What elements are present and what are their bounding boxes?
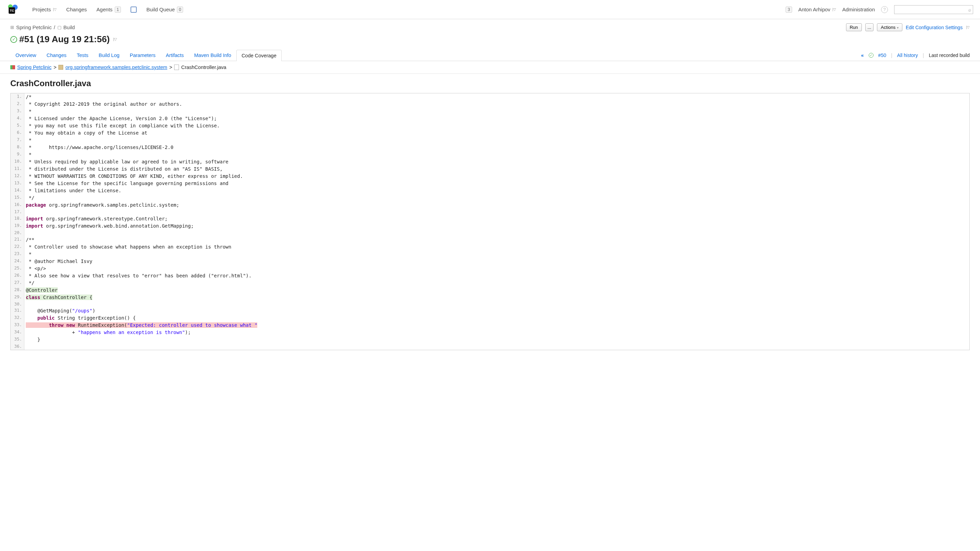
- line-content: *: [24, 108, 969, 115]
- edit-config-link[interactable]: Edit Configuration Settings: [906, 25, 963, 30]
- code-line: 30.: [11, 301, 969, 308]
- line-number: 16.: [11, 202, 24, 209]
- line-number: 33.: [11, 322, 24, 329]
- notification-badge[interactable]: 3: [786, 6, 792, 13]
- line-content: [24, 301, 969, 308]
- line-content: public String triggerException() {: [24, 314, 969, 322]
- line-number: 6.: [11, 129, 24, 137]
- line-number: 22.: [11, 243, 24, 251]
- nav-build-queue[interactable]: Build Queue 0: [146, 6, 183, 13]
- title-row: ✓ #51 (19 Aug 19 21:56) |▽: [0, 31, 980, 46]
- last-recorded-label: Last recorded build: [929, 52, 970, 58]
- line-number: 20.: [11, 230, 24, 236]
- tab-tests[interactable]: Tests: [72, 49, 94, 61]
- line-content: import org.springframework.web.bind.anno…: [24, 222, 969, 230]
- breadcrumb-project[interactable]: Spring Petclinic: [16, 24, 51, 30]
- all-history-link[interactable]: All history: [897, 52, 918, 58]
- nav-admin[interactable]: Administration: [842, 6, 875, 13]
- prev-build-nav[interactable]: «: [861, 52, 864, 58]
- user-name: Anton Arhipov: [798, 6, 830, 13]
- line-number: 24.: [11, 258, 24, 265]
- line-number: 34.: [11, 329, 24, 336]
- tab-parameters[interactable]: Parameters: [125, 49, 161, 61]
- line-content: * <p/>: [24, 265, 969, 272]
- line-content: *: [24, 251, 969, 258]
- queue-icon[interactable]: [130, 6, 137, 13]
- code-body: 1./*2. * Copyright 2012-2019 the origina…: [11, 94, 969, 350]
- line-content: @GetMapping("/oups"): [24, 307, 969, 314]
- tabs: Overview Changes Tests Build Log Paramet…: [10, 49, 861, 61]
- line-content: * Unless required by applicable law or a…: [24, 158, 969, 165]
- line-number: 19.: [11, 222, 24, 230]
- search-icon: ⌕: [968, 7, 971, 13]
- line-content: * Copyright 2012-2019 the original autho…: [24, 101, 969, 108]
- line-content: * you may not use this file except in co…: [24, 122, 969, 129]
- line-number: 28.: [11, 287, 24, 294]
- line-number: 21.: [11, 236, 24, 243]
- nav-agents-label: Agents: [97, 6, 113, 13]
- line-number: 31.: [11, 307, 24, 314]
- chevron-down-icon[interactable]: |▽: [966, 25, 970, 29]
- line-content: * See the License for the specific langu…: [24, 180, 969, 187]
- nav-changes[interactable]: Changes: [66, 6, 87, 13]
- code-line: 8. * https://www.apache.org/licenses/LIC…: [11, 144, 969, 151]
- code-line: 36.: [11, 343, 969, 350]
- code-line: 19.import org.springframework.web.bind.a…: [11, 222, 969, 230]
- code-line: 33. throw new RuntimeException("Expected…: [11, 322, 969, 329]
- line-number: 18.: [11, 215, 24, 222]
- prev-build-link[interactable]: #50: [878, 52, 886, 58]
- tab-buildlog[interactable]: Build Log: [94, 49, 124, 61]
- code-line: 13. * See the License for the specific l…: [11, 180, 969, 187]
- search-box: ⌕: [894, 5, 973, 14]
- code-line: 14. * limitations under the License.: [11, 187, 969, 194]
- run-button[interactable]: Run: [846, 23, 862, 31]
- line-number: 32.: [11, 314, 24, 322]
- package-icon: [58, 65, 63, 70]
- teamcity-logo[interactable]: TC: [7, 4, 19, 16]
- tab-overview[interactable]: Overview: [10, 49, 41, 61]
- code-line: 31. @GetMapping("/oups"): [11, 307, 969, 314]
- line-content: * Controller used to showcase what happe…: [24, 243, 969, 251]
- nav-agents[interactable]: Agents 1: [97, 6, 121, 13]
- tab-maven[interactable]: Maven Build Info: [189, 49, 236, 61]
- topnav: Projects |▽ Changes Agents 1 Build Queue…: [32, 6, 786, 13]
- breadcrumb-build[interactable]: Build: [64, 24, 75, 30]
- line-content: /**: [24, 236, 969, 243]
- user-menu[interactable]: Anton Arhipov |▽: [798, 6, 836, 13]
- actions-button[interactable]: Actions ▾: [877, 23, 902, 31]
- run-more-button[interactable]: ...: [865, 23, 874, 31]
- chevron-down-icon[interactable]: |▽: [113, 37, 117, 41]
- search-input[interactable]: [894, 5, 973, 14]
- build-title: #51 (19 Aug 19 21:56): [19, 34, 110, 44]
- code-line: 9. *: [11, 151, 969, 158]
- line-number: 29.: [11, 294, 24, 301]
- path-package[interactable]: org.springframework.samples.petclinic.sy…: [65, 65, 167, 70]
- nav-changes-label: Changes: [66, 6, 87, 13]
- line-content: * Also see how a view that resolves to "…: [24, 272, 969, 279]
- line-number: 36.: [11, 343, 24, 350]
- code-line: 35. }: [11, 336, 969, 343]
- line-content: *: [24, 137, 969, 144]
- tab-artifacts[interactable]: Artifacts: [161, 49, 189, 61]
- line-number: 5.: [11, 122, 24, 129]
- nav-projects[interactable]: Projects |▽: [32, 6, 57, 13]
- line-number: 2.: [11, 101, 24, 108]
- file-title: CrashController.java: [0, 74, 980, 93]
- line-content: * @author Michael Isvy: [24, 258, 969, 265]
- line-number: 10.: [11, 158, 24, 165]
- line-content: throw new RuntimeException("Expected: co…: [24, 322, 969, 329]
- line-number: 23.: [11, 251, 24, 258]
- square-icon: ▢: [57, 25, 62, 30]
- line-number: 27.: [11, 279, 24, 287]
- breadcrumb: ⊞ Spring Petclinic / ▢ Build: [10, 24, 846, 30]
- line-number: 35.: [11, 336, 24, 343]
- code-line: 32. public String triggerException() {: [11, 314, 969, 322]
- tab-coverage[interactable]: Code Coverage: [236, 50, 282, 61]
- help-icon[interactable]: ?: [881, 6, 888, 13]
- tab-changes[interactable]: Changes: [41, 49, 72, 61]
- line-number: 13.: [11, 180, 24, 187]
- line-number: 8.: [11, 144, 24, 151]
- path-root[interactable]: Spring Petclinic: [17, 65, 51, 70]
- code-line: 7. *: [11, 137, 969, 144]
- line-number: 11.: [11, 165, 24, 173]
